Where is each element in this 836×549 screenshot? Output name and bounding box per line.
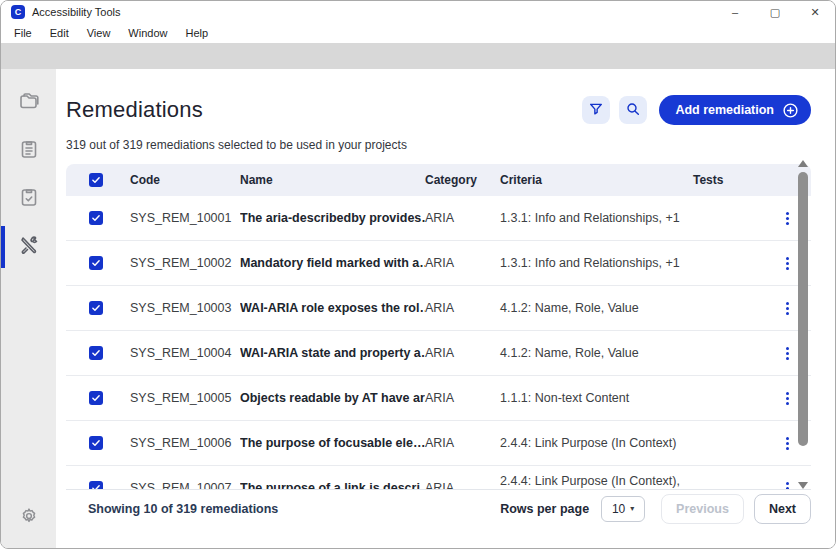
row-menu-button[interactable] [775, 206, 799, 230]
minimize-button[interactable]: – [715, 1, 755, 23]
row-checkbox[interactable] [89, 211, 103, 225]
table-row[interactable]: SYS_REM_10006 The purpose of focusable e… [66, 421, 811, 466]
menu-view[interactable]: View [78, 25, 120, 41]
next-page-button[interactable]: Next [754, 494, 811, 524]
row-code: SYS_REM_10004 [130, 346, 240, 360]
row-checkbox[interactable] [89, 346, 103, 360]
row-criteria: 2.4.4: Link Purpose (In Context) [500, 436, 693, 450]
row-checkbox[interactable] [89, 436, 103, 450]
row-name: Mandatory field marked with a… [240, 256, 425, 270]
menu-window[interactable]: Window [119, 25, 176, 41]
sidebar-item-remediations[interactable] [1, 223, 56, 271]
sidebar-item-projects[interactable] [1, 79, 56, 127]
row-menu-button[interactable] [775, 431, 799, 455]
row-code: SYS_REM_10006 [130, 436, 240, 450]
scroll-down-icon[interactable] [798, 482, 808, 489]
page-header: Remediations Add remediation [66, 95, 811, 125]
row-code: SYS_REM_10002 [130, 256, 240, 270]
sidebar [1, 69, 56, 549]
showing-count: Showing 10 of 319 remediations [66, 502, 500, 516]
table-row[interactable]: SYS_REM_10005 Objects readable by AT hav… [66, 376, 811, 421]
remediations-table: Code Name Category Criteria Tests SYS_RE… [66, 164, 811, 527]
column-header-category[interactable]: Category [425, 173, 500, 187]
row-menu-button[interactable] [775, 296, 799, 320]
row-checkbox[interactable] [89, 256, 103, 270]
row-criteria: 1.3.1: Info and Relationships, +1 [500, 211, 693, 225]
window-title: Accessibility Tools [32, 6, 715, 18]
row-checkbox[interactable] [89, 391, 103, 405]
row-category: ARIA [425, 346, 500, 360]
tools-icon [17, 233, 41, 261]
row-name: WAI-ARIA state and property a… [240, 346, 425, 360]
add-remediation-button[interactable]: Add remediation [659, 95, 811, 125]
rows-per-page-value: 10 [612, 502, 625, 516]
row-code: SYS_REM_10005 [130, 391, 240, 405]
selection-summary: 319 out of 319 remediations selected to … [66, 138, 811, 152]
row-category: ARIA [425, 211, 500, 225]
row-menu-button[interactable] [775, 386, 799, 410]
app-logo-icon: C [11, 5, 25, 19]
table-row[interactable]: SYS_REM_10007 The purpose of a link is d… [66, 466, 811, 489]
gear-icon [18, 505, 40, 531]
sidebar-item-checklist[interactable] [1, 127, 56, 175]
select-all-checkbox[interactable] [89, 173, 103, 187]
filter-button[interactable] [582, 96, 610, 124]
filter-icon [588, 101, 604, 120]
row-name: The purpose of a link is descri… [240, 481, 425, 489]
chrome-top-strip [1, 43, 836, 69]
scroll-up-icon[interactable] [798, 160, 808, 167]
column-header-code[interactable]: Code [130, 173, 240, 187]
table-row[interactable]: SYS_REM_10004 WAI-ARIA state and propert… [66, 331, 811, 376]
folder-icon [17, 89, 41, 117]
row-category: ARIA [425, 436, 500, 450]
row-criteria: 2.4.4: Link Purpose (In Context), +1 [500, 474, 693, 489]
plus-circle-icon [782, 102, 799, 119]
previous-page-button[interactable]: Previous [661, 494, 744, 524]
maximize-button[interactable]: ▢ [755, 1, 795, 23]
row-code: SYS_REM_10003 [130, 301, 240, 315]
row-code: SYS_REM_10007 [130, 481, 240, 489]
table-scrollbar[interactable] [798, 160, 808, 489]
table-footer: Showing 10 of 319 remediations Rows per … [66, 489, 811, 527]
menu-edit[interactable]: Edit [41, 25, 78, 41]
sidebar-item-settings[interactable] [1, 500, 56, 536]
column-header-name[interactable]: Name [240, 173, 425, 187]
row-name: Objects readable by AT have ar… [240, 391, 425, 405]
row-checkbox[interactable] [89, 301, 103, 315]
search-icon [625, 101, 641, 120]
column-header-criteria[interactable]: Criteria [500, 173, 693, 187]
chevron-down-icon: ▾ [630, 504, 634, 513]
row-category: ARIA [425, 481, 500, 489]
sidebar-item-validations[interactable] [1, 175, 56, 223]
search-button[interactable] [619, 96, 647, 124]
menu-help[interactable]: Help [176, 25, 217, 41]
page-title: Remediations [66, 97, 573, 123]
rows-per-page-label: Rows per page [500, 502, 589, 516]
table-row[interactable]: SYS_REM_10003 WAI-ARIA role exposes the … [66, 286, 811, 331]
column-header-tests[interactable]: Tests [693, 173, 771, 187]
row-criteria: 4.1.2: Name, Role, Value [500, 346, 693, 360]
row-name: The aria-describedby provides… [240, 211, 425, 225]
row-name: WAI-ARIA role exposes the rol… [240, 301, 425, 315]
row-category: ARIA [425, 256, 500, 270]
row-menu-button[interactable] [775, 476, 799, 489]
row-criteria: 1.3.1: Info and Relationships, +1 [500, 256, 693, 270]
row-name: The purpose of focusable ele… [240, 436, 425, 450]
row-menu-button[interactable] [775, 251, 799, 275]
clipboard-list-icon [17, 137, 41, 165]
row-code: SYS_REM_10001 [130, 211, 240, 225]
row-criteria: 4.1.2: Name, Role, Value [500, 301, 693, 315]
rows-per-page-select[interactable]: 10 ▾ [601, 496, 645, 522]
table-header-row: Code Name Category Criteria Tests [66, 164, 811, 196]
table-row[interactable]: SYS_REM_10002 Mandatory field marked wit… [66, 241, 811, 286]
close-button[interactable]: ✕ [795, 1, 835, 23]
titlebar: C Accessibility Tools – ▢ ✕ [1, 1, 835, 23]
row-checkbox[interactable] [89, 481, 103, 489]
row-menu-button[interactable] [775, 341, 799, 365]
scrollbar-thumb[interactable] [798, 172, 808, 446]
row-category: ARIA [425, 301, 500, 315]
add-remediation-label: Add remediation [675, 103, 774, 117]
menubar: File Edit View Window Help [1, 23, 835, 43]
menu-file[interactable]: File [5, 25, 41, 41]
table-row[interactable]: SYS_REM_10001 The aria-describedby provi… [66, 196, 811, 241]
